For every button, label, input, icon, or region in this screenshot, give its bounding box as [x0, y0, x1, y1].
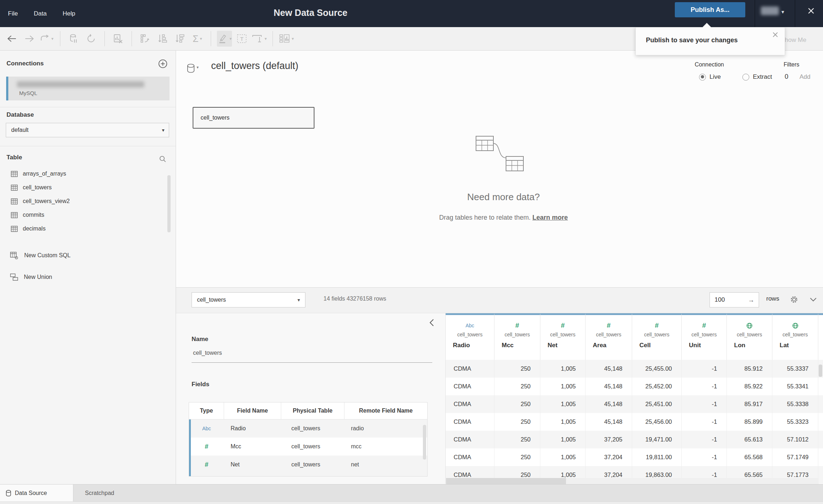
sidebar-scrollbar-thumb[interactable] — [167, 175, 171, 232]
fit-caret-icon[interactable]: ▾ — [265, 36, 267, 41]
collapse-metadata-button[interactable] — [429, 318, 434, 327]
grid-header-row: Abccell_towersRadio#cell_towersMcc#cell_… — [446, 313, 823, 360]
grid-vertical-scrollbar-thumb[interactable] — [819, 365, 822, 377]
new-union-button[interactable]: New Union — [0, 270, 166, 285]
divider — [0, 107, 176, 107]
row-count-input[interactable]: 100 → — [710, 292, 759, 307]
sidebar-table-item[interactable]: cell_towers_view2 — [0, 194, 166, 208]
window-close-button[interactable] — [806, 6, 816, 16]
grid-cell: CDMA — [446, 395, 494, 413]
globe-icon — [746, 323, 753, 329]
grid-column-header[interactable]: #cell_towersUnit — [682, 313, 727, 360]
add-connection-button[interactable] — [158, 59, 167, 68]
text-annotation-button[interactable]: T — [234, 31, 249, 47]
abc-icon: Abc — [466, 321, 474, 330]
redo-button[interactable] — [22, 31, 37, 47]
chevron-down-icon: ▾ — [197, 65, 199, 70]
fit-selector-button[interactable]: ▾ — [252, 31, 267, 47]
grid-options-button[interactable] — [810, 297, 817, 302]
user-avatar[interactable] — [761, 7, 779, 15]
extract-radio[interactable]: Extract — [739, 73, 772, 81]
connection-type-label: MySQL — [19, 90, 37, 96]
grid-settings-button[interactable] — [790, 295, 798, 304]
menu-data[interactable]: Data — [34, 10, 47, 17]
connection-server-redacted — [17, 81, 144, 87]
grid-column-name: Mcc — [494, 342, 514, 349]
grid-cell: 85.899 — [727, 413, 772, 431]
sidebar-table-item[interactable]: arrays_of_arrays — [0, 167, 166, 181]
menu-file[interactable]: File — [8, 10, 18, 17]
column-header-field-name[interactable]: Field Name — [224, 402, 281, 419]
field-physical-table-cell: cell_towers — [281, 443, 344, 450]
grid-horizontal-scrollbar[interactable] — [446, 478, 819, 484]
clear-sheet-button[interactable] — [111, 31, 126, 47]
field-row[interactable]: #Mcccell_towersmcc — [189, 438, 427, 456]
user-menu-caret-icon[interactable]: ▾ — [781, 9, 784, 15]
filters-add-button[interactable]: Add — [800, 73, 810, 81]
toolbar-divider — [132, 31, 132, 46]
table-node-cell-towers[interactable]: cell_towers — [193, 107, 314, 129]
grid-horizontal-scrollbar-thumb[interactable] — [446, 478, 566, 484]
grid-column-header[interactable]: cell_towersLat — [772, 313, 818, 360]
replay-caret-icon[interactable]: ▾ — [51, 36, 53, 41]
fields-scrollbar-thumb[interactable] — [423, 425, 426, 460]
menu-help[interactable]: Help — [63, 10, 75, 17]
pause-updates-button[interactable] — [66, 31, 81, 47]
table-search-button[interactable] — [159, 155, 166, 163]
new-custom-sql-button[interactable]: New Custom SQL — [0, 248, 166, 263]
logical-canvas: ▾ cell_towers (default) Connection Live … — [176, 51, 823, 287]
grid-column-header[interactable]: cell_towersLon — [727, 313, 772, 360]
highlight-caret-icon[interactable]: ▾ — [230, 36, 232, 41]
number-icon: # — [561, 321, 565, 330]
live-radio[interactable]: Live — [695, 73, 721, 81]
learn-more-link[interactable]: Learn more — [532, 214, 568, 221]
sidebar-table-item[interactable]: decimals — [0, 222, 166, 236]
globe-icon — [746, 321, 753, 330]
name-input-underline — [192, 362, 432, 363]
totals-caret-icon[interactable]: ▾ — [200, 36, 202, 41]
name-input[interactable]: cell_towers — [193, 350, 222, 356]
toolbar-divider — [273, 31, 273, 46]
publish-tooltip: Publish to save your changes — [635, 27, 785, 55]
datasource-menu-button[interactable]: ▾ — [187, 64, 199, 74]
connection-item[interactable]: MySQL — [6, 77, 170, 100]
cards-caret-icon[interactable]: ▾ — [292, 36, 294, 41]
grid-column-header[interactable]: #cell_towersCell — [632, 313, 682, 360]
grid-column-header[interactable]: #cell_towersNet — [540, 313, 586, 360]
column-header-remote-field-name[interactable]: Remote Field Name — [344, 402, 427, 419]
fields-label: Fields — [192, 381, 209, 388]
grid-table-select[interactable]: cell_towers ▾ — [192, 292, 305, 307]
grid-column-header[interactable]: #cell_towersArea — [586, 313, 632, 360]
column-header-physical-table[interactable]: Physical Table — [281, 402, 344, 419]
column-header-type[interactable]: Type — [189, 402, 224, 419]
tab-data-source[interactable]: Data Source — [0, 484, 73, 502]
field-row[interactable]: #Netcell_towersnet — [189, 456, 427, 474]
field-row[interactable]: AbcRadiocell_towersradio — [189, 419, 427, 438]
replay-button[interactable]: ▾ — [39, 31, 54, 47]
tooltip-close-button[interactable] — [772, 31, 779, 38]
database-select[interactable]: default ▾ — [6, 123, 169, 137]
grid-column-header[interactable]: Abccell_towersRadio — [446, 313, 494, 360]
publish-as-button[interactable]: Publish As... — [675, 2, 745, 17]
totals-button[interactable]: Σ ▾ — [190, 31, 205, 47]
grid-column-header[interactable]: #cell_towersMcc — [494, 313, 540, 360]
undo-button[interactable] — [4, 31, 20, 47]
sort-ascending-button[interactable] — [155, 31, 170, 47]
table-item-label: cell_towers_view2 — [23, 198, 70, 204]
number-icon: # — [702, 321, 706, 330]
grid-cell: -1 — [682, 431, 727, 448]
show-hide-cards-button[interactable]: ▾ — [279, 31, 294, 47]
grid-cell: -1 — [682, 448, 727, 466]
table-item-label: decimals — [23, 225, 46, 232]
database-select-value: default — [11, 127, 29, 133]
apply-rows-arrow-icon[interactable]: → — [748, 296, 754, 304]
tab-scratchpad[interactable]: Scratchpad — [85, 484, 114, 502]
grid-row: CDMA2501,00545,14825,456.00-185.89955.33… — [446, 413, 823, 431]
sidebar-table-item[interactable]: cell_towers — [0, 181, 166, 194]
highlight-button[interactable]: ▾ — [217, 31, 232, 47]
refresh-button[interactable] — [83, 31, 99, 47]
sidebar-table-item[interactable]: commits — [0, 208, 166, 222]
sort-descending-button[interactable] — [172, 31, 188, 47]
table-node-label: cell_towers — [201, 115, 230, 121]
swap-rows-columns-button[interactable] — [138, 31, 153, 47]
